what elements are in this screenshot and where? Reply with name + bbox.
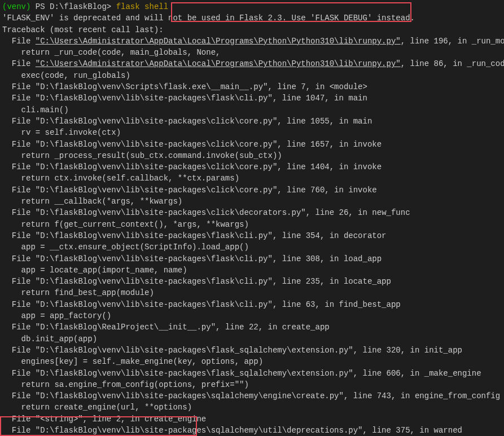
traceback-source: return _run_code(code, main_globals, Non… <box>2 47 502 58</box>
traceback-source: engines[key] = self._make_engine(key, op… <box>2 356 502 367</box>
traceback-file: File "D:\flaskBlog\venv\lib\site-package… <box>2 276 502 287</box>
traceback-source: return _process_result(sub_ctx.command.i… <box>2 150 502 161</box>
prompt-line: (venv) PS D:\flaskBlog> flask shell <box>2 1 502 12</box>
deprecation-warning: 'FLASK_ENV' is deprecated and will not b… <box>2 12 502 24</box>
traceback-file: File "D:\flaskBlog\venv\lib\site-package… <box>2 253 502 265</box>
traceback-file: File "D:\flaskBlog\RealProject\__init__.… <box>2 322 502 333</box>
traceback-source: exec(code, run_globals) <box>2 70 502 81</box>
traceback-file: File "C:\Users\Administrator\AppData\Loc… <box>2 36 502 47</box>
traceback-file: File "D:\flaskBlog\venv\lib\site-package… <box>2 425 502 436</box>
traceback-file: File "D:\flaskBlog\venv\lib\site-package… <box>2 299 502 310</box>
traceback-source: app = locate_app(import_name, name) <box>2 265 502 276</box>
traceback-source: app = __ctx.ensure_object(ScriptInfo).lo… <box>2 241 502 253</box>
traceback-file: File "D:\flaskBlog\venv\Scripts\flask.ex… <box>2 81 502 93</box>
traceback-source: return __callback(*args, **kwargs) <box>2 196 502 207</box>
terminal-output[interactable]: (venv) PS D:\flaskBlog> flask shell'FLAS… <box>2 1 502 436</box>
traceback-file: File "D:\flaskBlog\venv\lib\site-package… <box>2 345 502 356</box>
traceback-file: File "D:\flaskBlog\venv\lib\site-package… <box>2 368 502 379</box>
traceback-file: File "D:\flaskBlog\venv\lib\site-package… <box>2 139 502 150</box>
traceback-file: File "<string>", line 2, in create_engin… <box>2 413 502 425</box>
traceback-file: File "D:\flaskBlog\venv\lib\site-package… <box>2 184 502 196</box>
traceback-source: cli.main() <box>2 104 502 116</box>
traceback-file: File "D:\flaskBlog\venv\lib\site-package… <box>2 390 502 402</box>
traceback-source: return find_best_app(module) <box>2 287 502 298</box>
traceback-file: File "C:\Users\Administrator\AppData\Loc… <box>2 58 502 69</box>
traceback-file: File "D:\flaskBlog\venv\lib\site-package… <box>2 93 502 104</box>
traceback-source: return f(get_current_context(), *args, *… <box>2 219 502 230</box>
traceback-header: Traceback (most recent call last): <box>2 24 502 36</box>
traceback-file: File "D:\flaskBlog\venv\lib\site-package… <box>2 116 502 127</box>
traceback-source: rv = self.invoke(ctx) <box>2 127 502 138</box>
traceback-file: File "D:\flaskBlog\venv\lib\site-package… <box>2 161 502 173</box>
traceback-file: File "D:\flaskBlog\venv\lib\site-package… <box>2 207 502 218</box>
traceback-source: app = app_factory() <box>2 310 502 322</box>
traceback-source: return sa.engine_from_config(options, pr… <box>2 379 502 390</box>
traceback-file: File "D:\flaskBlog\venv\lib\site-package… <box>2 230 502 241</box>
traceback-source: return ctx.invoke(self.callback, **ctx.p… <box>2 173 502 184</box>
traceback-source: db.init_app(app) <box>2 333 502 345</box>
traceback-source: return create_engine(url, **options) <box>2 402 502 413</box>
